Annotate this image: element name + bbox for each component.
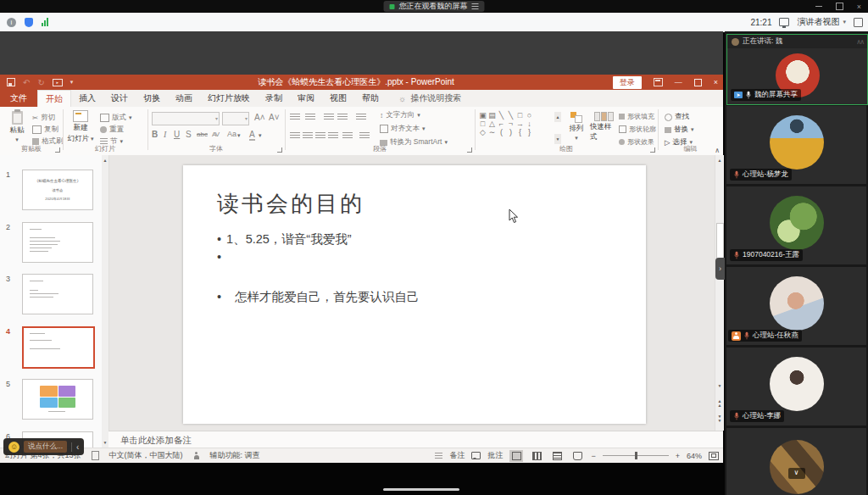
increase-indent-icon[interactable]	[337, 114, 348, 121]
zoom-out-button[interactable]: −	[591, 452, 595, 460]
bold-button[interactable]: B	[152, 130, 158, 139]
decrease-indent-icon[interactable]	[324, 114, 334, 121]
meeting-maximize-button[interactable]	[836, 3, 843, 10]
notes-toggle-button[interactable]: 备注	[449, 450, 465, 461]
shape-gallery[interactable]: ▣▤╲╲□○ □△⌐¬→↓ ◇∼(){}	[478, 111, 553, 136]
align-center-icon[interactable]	[303, 132, 313, 140]
zoom-level[interactable]: 64%	[687, 452, 702, 460]
participant-tile[interactable]: 心理站-任秋燕	[726, 267, 866, 345]
qat-customize-icon[interactable]: ▾	[70, 79, 74, 86]
ppt-minimize-button[interactable]: —	[675, 78, 682, 86]
font-name-combobox[interactable]: ▾	[152, 112, 220, 125]
text-shadow-button[interactable]: S	[186, 130, 192, 139]
font-dialog-launcher-icon[interactable]	[277, 147, 282, 153]
info-icon[interactable]: i	[7, 18, 16, 27]
drawing-dialog-launcher-icon[interactable]	[650, 147, 655, 153]
collapse-ribbon-icon[interactable]: ∧	[715, 147, 720, 154]
slide-sorter-view-button[interactable]	[530, 450, 543, 462]
fullscreen-icon[interactable]	[854, 18, 863, 27]
slide-thumbnail-2[interactable]	[22, 222, 93, 263]
layout-button[interactable]: 版式 ▾	[100, 113, 132, 123]
tab-file[interactable]: 文件	[0, 90, 37, 107]
tab-design[interactable]: 设计	[103, 90, 136, 107]
ppt-close-button[interactable]: ×	[714, 78, 718, 86]
increase-font-icon[interactable]: A˄	[254, 113, 265, 122]
new-slide-button[interactable]: 新建 幻灯片 ▾	[66, 110, 95, 144]
paragraph-dialog-launcher-icon[interactable]	[467, 147, 472, 153]
tab-review[interactable]: 审阅	[290, 90, 322, 107]
redo-icon[interactable]: ↻	[37, 78, 44, 87]
scrollbar-thumb[interactable]	[716, 223, 724, 263]
slide-scrollbar[interactable]: ▲ ▼ ▲▲ ▼▼	[715, 155, 724, 431]
quick-styles-button[interactable]: 快速样式	[590, 112, 617, 142]
normal-view-button[interactable]	[509, 450, 523, 462]
shapes-scroll-down-icon[interactable]: ▼	[554, 134, 561, 144]
thumb-scroll-down-icon[interactable]: ▼	[102, 437, 108, 448]
notes-pane[interactable]: 单击此处添加备注	[108, 431, 723, 448]
align-left-icon[interactable]	[290, 132, 300, 140]
tab-home[interactable]: 开始	[37, 90, 71, 107]
watching-banner[interactable]: 您正在观看魏的屏幕	[384, 1, 485, 12]
participant-tile-wei[interactable]: 正在讲话: 魏 ∧∧ ➤ 魏的屏幕共享	[726, 34, 868, 105]
clipboard-dialog-launcher-icon[interactable]	[55, 147, 60, 153]
next-slide-icon[interactable]: ▼▼	[715, 414, 724, 423]
font-size-combobox[interactable]: ▾	[222, 112, 249, 125]
tell-me-search[interactable]: ☼ 操作说明搜索	[387, 90, 461, 107]
participant-tile[interactable]: 1907040216-王露	[726, 186, 866, 264]
strikethrough-button[interactable]: abc	[197, 131, 208, 138]
participant-tile[interactable]: 心理站-杨梦龙	[726, 106, 866, 184]
spell-check-icon[interactable]	[92, 451, 99, 460]
paste-button[interactable]: 粘贴 ▾	[5, 111, 29, 143]
decrease-font-icon[interactable]: A˅	[269, 113, 280, 122]
participant-tile[interactable]: 心理站-李娜	[726, 348, 866, 425]
font-color-button[interactable]: A	[249, 130, 255, 141]
justify-icon[interactable]	[328, 132, 338, 140]
security-shield-icon[interactable]	[25, 18, 33, 27]
participant-tile[interactable]	[726, 428, 866, 495]
slide-thumbnail-5[interactable]	[22, 379, 93, 420]
reset-button[interactable]: 重置	[100, 125, 124, 135]
slide-bullet-1[interactable]: •1、5.25，谐音“我爱我”	[217, 231, 352, 248]
banner-menu-icon[interactable]	[472, 3, 479, 9]
ppt-maximize-button[interactable]	[694, 79, 702, 86]
change-case-button[interactable]: Aa	[227, 130, 236, 138]
scroll-down-icon[interactable]: ▼	[716, 381, 723, 391]
sidebar-collapse-handle[interactable]: ›	[715, 258, 725, 280]
bullet-list-icon[interactable]	[290, 114, 300, 121]
scroll-up-icon[interactable]: ▲	[716, 155, 723, 165]
start-slideshow-icon[interactable]: ▸	[53, 79, 63, 86]
cut-button[interactable]: ✂ 剪切	[32, 113, 55, 123]
tab-animations[interactable]: 动画	[168, 90, 200, 107]
meeting-close-button[interactable]: ×	[857, 3, 861, 11]
thumb-scroll-up-icon[interactable]: ▲	[102, 155, 108, 165]
slide-editing-surface[interactable]: 读书会的目的 •1、5.25，谐音“我爱我” • •怎样才能爱自己，首先要认识自…	[183, 165, 646, 424]
login-button[interactable]: 登录	[613, 76, 642, 89]
more-paragraph-icon[interactable]	[359, 132, 370, 140]
text-direction-button[interactable]: ↕ 文字方向 ▾	[380, 110, 420, 120]
accessibility-status[interactable]: 辅助功能: 调查	[210, 450, 260, 461]
emoji-icon[interactable]: ☺	[8, 442, 19, 453]
language-status[interactable]: 中文(简体，中国大陆)	[109, 450, 183, 461]
underline-button[interactable]: U	[174, 130, 180, 139]
shape-fill-button[interactable]: 形状填充	[619, 112, 654, 121]
notes-placeholder[interactable]: 单击此处添加备注	[120, 435, 192, 447]
previous-slide-icon[interactable]: ▲▲	[715, 399, 724, 408]
tab-transitions[interactable]: 切换	[136, 90, 168, 107]
chat-input[interactable]: 说点什么...	[24, 441, 67, 453]
copy-button[interactable]: 复制	[32, 125, 58, 135]
shapes-scroll-up-icon[interactable]: ▲	[554, 112, 561, 122]
columns-icon[interactable]	[342, 132, 353, 140]
italic-button[interactable]: I	[164, 130, 166, 139]
more-participants-icon[interactable]: ∨	[788, 468, 805, 479]
tab-insert[interactable]: 插入	[71, 90, 103, 107]
slide-title[interactable]: 读书会的目的	[217, 189, 364, 219]
shape-outline-button[interactable]: 形状轮廓	[619, 125, 656, 134]
save-icon[interactable]	[7, 78, 15, 86]
slideshow-view-button[interactable]	[570, 450, 584, 462]
slide-thumbnail-1[interactable]: 《蛤蟆先生去看心理医生》 读书会 2020年4月18日	[22, 170, 93, 210]
tab-view[interactable]: 视图	[322, 90, 354, 107]
find-button[interactable]: 查找	[665, 112, 689, 122]
slide-bullet-3[interactable]: •怎样才能爱自己，首先要认识自己	[217, 289, 420, 305]
tab-record[interactable]: 录制	[258, 90, 290, 107]
zoom-in-button[interactable]: +	[676, 452, 680, 460]
